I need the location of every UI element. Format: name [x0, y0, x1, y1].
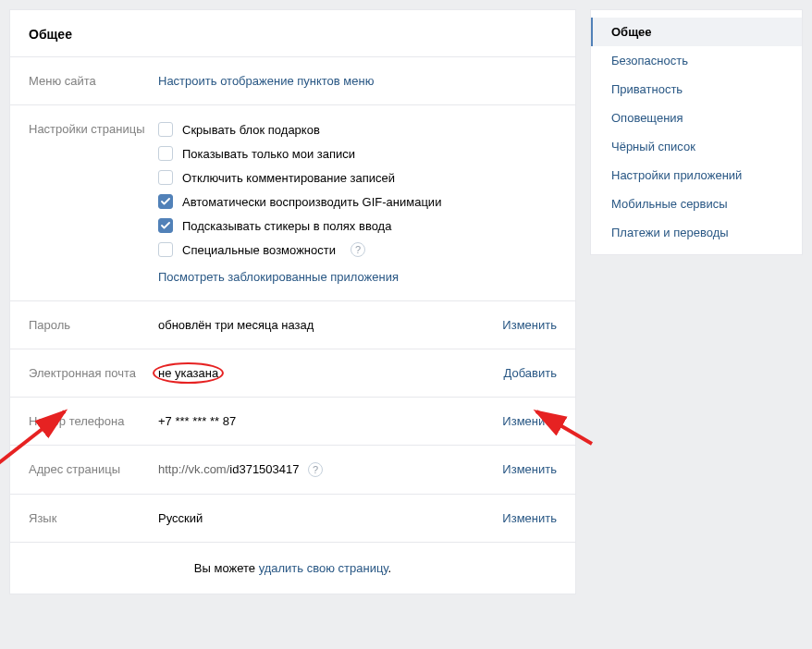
- address-prefix: http://vk.com/: [158, 462, 229, 476]
- checkbox[interactable]: [158, 122, 173, 137]
- section-page-settings: Настройки страницы Скрывать блок подарко…: [10, 105, 575, 301]
- checkbox-label: Показывать только мои записи: [182, 147, 355, 161]
- sidebar-item[interactable]: Платежи и переводы: [591, 218, 802, 247]
- address-value: id371503417: [229, 462, 299, 476]
- section-label: Настройки страницы: [29, 122, 158, 284]
- language-value: Русский: [158, 511, 203, 525]
- checkbox-label: Автоматически воспроизводить GIF-анимаци…: [182, 195, 441, 209]
- sidebar-item[interactable]: Чёрный список: [591, 132, 802, 161]
- checkbox-row: Специальные возможности?: [158, 242, 557, 257]
- checkbox-row: Скрывать блок подарков: [158, 122, 557, 137]
- sidebar-item[interactable]: Общее: [591, 18, 802, 46]
- change-language-link[interactable]: Изменить: [502, 511, 557, 525]
- section-label: Электронная почта: [29, 366, 158, 380]
- section-password: Пароль обновлён три месяца назад Изменит…: [10, 301, 575, 349]
- phone-value: +7 *** *** ** 87: [158, 414, 236, 428]
- section-address: Адрес страницы http://vk.com/id371503417…: [10, 446, 575, 495]
- section-phone: Номер телефона +7 *** *** ** 87 Изменить: [10, 398, 575, 446]
- password-value: обновлён три месяца назад: [158, 318, 314, 332]
- section-site-menu: Меню сайта Настроить отображение пунктов…: [10, 57, 575, 105]
- checkbox[interactable]: [158, 146, 173, 161]
- help-icon[interactable]: ?: [308, 462, 323, 477]
- sidebar-item[interactable]: Безопасность: [591, 46, 802, 75]
- panel-header: Общее: [10, 10, 575, 57]
- settings-main-panel: Общее Меню сайта Настроить отображение п…: [9, 9, 576, 594]
- sidebar-item[interactable]: Приватность: [591, 75, 802, 104]
- checkbox[interactable]: [158, 194, 173, 209]
- settings-sidebar: ОбщееБезопасностьПриватностьОповещенияЧё…: [590, 9, 803, 255]
- delete-page-link[interactable]: удалить свою страницу: [259, 561, 388, 575]
- change-address-link[interactable]: Изменить: [502, 462, 557, 476]
- checkbox-label: Отключить комментирование записей: [182, 171, 395, 185]
- sidebar-item[interactable]: Мобильные сервисы: [591, 190, 802, 218]
- change-password-link[interactable]: Изменить: [502, 318, 557, 332]
- section-email: Электронная почта не указана Добавить: [10, 349, 575, 398]
- section-label: Номер телефона: [29, 414, 158, 428]
- section-language: Язык Русский Изменить: [10, 495, 575, 543]
- checkbox-label: Скрывать блок подарков: [182, 123, 320, 137]
- checkbox-row: Подсказывать стикеры в полях ввода: [158, 218, 557, 233]
- checkbox-row: Отключить комментирование записей: [158, 170, 557, 185]
- add-email-link[interactable]: Добавить: [504, 366, 557, 380]
- section-label: Адрес страницы: [29, 462, 158, 477]
- email-value: не указана: [158, 366, 218, 380]
- footer-prefix: Вы можете: [194, 561, 259, 575]
- section-label: Пароль: [29, 318, 158, 332]
- checkbox[interactable]: [158, 218, 173, 233]
- sidebar-item[interactable]: Оповещения: [591, 104, 802, 132]
- help-icon[interactable]: ?: [351, 242, 365, 257]
- page-title: Общее: [29, 27, 557, 42]
- section-label: Меню сайта: [29, 74, 158, 88]
- blocked-apps-link[interactable]: Посмотреть заблокированные приложения: [158, 270, 399, 284]
- configure-menu-link[interactable]: Настроить отображение пунктов меню: [158, 74, 374, 88]
- footer-suffix: .: [388, 561, 392, 575]
- checkbox-label: Подсказывать стикеры в полях ввода: [182, 219, 391, 233]
- checkbox-label: Специальные возможности: [182, 243, 336, 257]
- footer: Вы можете удалить свою страницу.: [10, 543, 575, 594]
- checkbox-row: Показывать только мои записи: [158, 146, 557, 161]
- section-label: Язык: [29, 511, 158, 525]
- sidebar-item[interactable]: Настройки приложений: [591, 161, 802, 190]
- checkbox[interactable]: [158, 170, 173, 185]
- change-phone-link[interactable]: Изменить: [502, 414, 557, 428]
- checkbox-row: Автоматически воспроизводить GIF-анимаци…: [158, 194, 557, 209]
- checkbox[interactable]: [158, 242, 173, 257]
